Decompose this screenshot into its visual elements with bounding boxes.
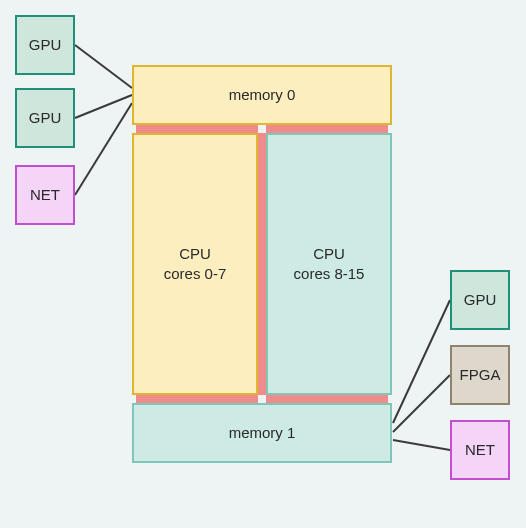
diagram-canvas: memory 0 CPU cores 0-7 CPU cores 8-15 me… (0, 0, 526, 528)
device-net-left-label: NET (30, 185, 60, 205)
device-gpu-right: GPU (450, 270, 510, 330)
device-gpu-a: GPU (15, 15, 75, 75)
join-cpu0-mem1 (136, 395, 258, 403)
device-net-left: NET (15, 165, 75, 225)
join-cpu0-cpu1 (258, 133, 266, 395)
cpu-cores-8-15: CPU cores 8-15 (266, 133, 392, 395)
device-fpga-label: FPGA (460, 365, 501, 385)
join-mem0-cpu1 (266, 125, 388, 133)
join-mem0-cpu0 (136, 125, 258, 133)
cpu1-label: CPU cores 8-15 (294, 244, 365, 285)
line-net-mem1 (393, 440, 450, 450)
device-net-right: NET (450, 420, 510, 480)
memory-1-label: memory 1 (229, 423, 296, 443)
line-gpu-b-mem0 (75, 95, 132, 118)
cpu0-label: CPU cores 0-7 (164, 244, 227, 285)
cpu-cores-0-7: CPU cores 0-7 (132, 133, 258, 395)
device-gpu-a-label: GPU (29, 35, 62, 55)
device-gpu-b: GPU (15, 88, 75, 148)
memory-0: memory 0 (132, 65, 392, 125)
memory-1: memory 1 (132, 403, 392, 463)
memory-0-label: memory 0 (229, 85, 296, 105)
device-fpga: FPGA (450, 345, 510, 405)
device-gpu-b-label: GPU (29, 108, 62, 128)
device-gpu-right-label: GPU (464, 290, 497, 310)
line-gpu-a-mem0 (75, 45, 132, 88)
join-cpu1-mem1 (266, 395, 388, 403)
line-net-mem0 (75, 103, 132, 195)
device-net-right-label: NET (465, 440, 495, 460)
line-gpu-mem1 (393, 300, 450, 423)
line-fpga-mem1 (393, 375, 450, 432)
